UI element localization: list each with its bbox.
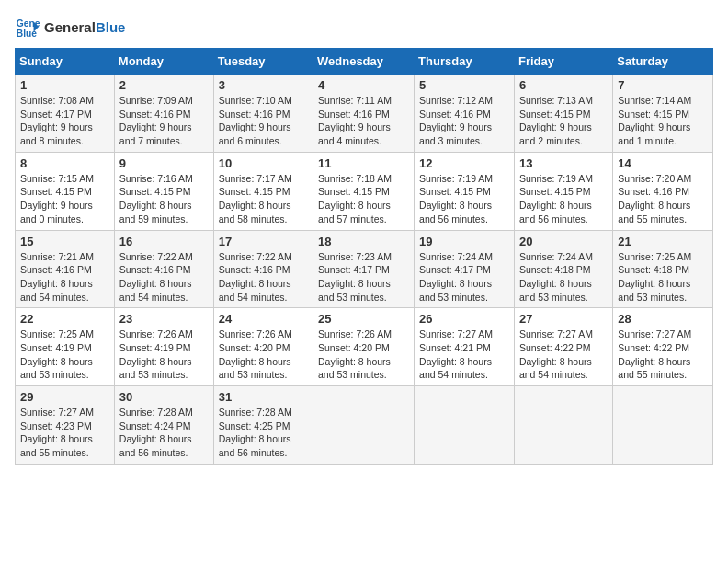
day-cell: 10 Sunrise: 7:17 AMSunset: 4:15 PMDaylig… <box>213 152 313 230</box>
week-row-4: 22 Sunrise: 7:25 AMSunset: 4:19 PMDaylig… <box>16 308 713 386</box>
day-number: 29 <box>20 390 109 404</box>
day-cell: 2 Sunrise: 7:09 AMSunset: 4:16 PMDayligh… <box>114 75 213 153</box>
day-info: Sunrise: 7:13 AMSunset: 4:15 PMDaylight:… <box>519 94 608 148</box>
week-row-1: 1 Sunrise: 7:08 AMSunset: 4:17 PMDayligh… <box>16 75 713 153</box>
day-cell <box>415 386 515 465</box>
week-row-3: 15 Sunrise: 7:21 AMSunset: 4:16 PMDaylig… <box>16 230 713 308</box>
day-cell: 8 Sunrise: 7:15 AMSunset: 4:15 PMDayligh… <box>16 152 115 230</box>
day-number: 20 <box>519 235 608 248</box>
day-cell: 6 Sunrise: 7:13 AMSunset: 4:15 PMDayligh… <box>514 75 612 153</box>
day-cell <box>313 386 415 465</box>
day-cell <box>613 386 713 465</box>
day-cell: 24 Sunrise: 7:26 AMSunset: 4:20 PMDaylig… <box>213 308 313 386</box>
day-info: Sunrise: 7:27 AMSunset: 4:23 PMDaylight:… <box>20 406 109 460</box>
logo-text: GeneralBlue <box>44 19 125 36</box>
day-number: 6 <box>519 78 608 92</box>
day-cell: 31 Sunrise: 7:28 AMSunset: 4:25 PMDaylig… <box>213 386 313 465</box>
day-info: Sunrise: 7:26 AMSunset: 4:20 PMDaylight:… <box>219 327 308 382</box>
day-cell: 4 Sunrise: 7:11 AMSunset: 4:16 PMDayligh… <box>313 75 415 153</box>
day-number: 16 <box>119 235 209 248</box>
day-info: Sunrise: 7:28 AMSunset: 4:25 PMDaylight:… <box>219 406 308 460</box>
week-row-2: 8 Sunrise: 7:15 AMSunset: 4:15 PMDayligh… <box>16 152 713 230</box>
day-number: 27 <box>519 312 608 326</box>
day-cell: 29 Sunrise: 7:27 AMSunset: 4:23 PMDaylig… <box>16 386 115 465</box>
day-cell: 30 Sunrise: 7:28 AMSunset: 4:24 PMDaylig… <box>114 386 213 465</box>
day-cell: 3 Sunrise: 7:10 AMSunset: 4:16 PMDayligh… <box>213 75 313 153</box>
day-cell: 26 Sunrise: 7:27 AMSunset: 4:21 PMDaylig… <box>415 308 515 386</box>
day-info: Sunrise: 7:22 AMSunset: 4:16 PMDaylight:… <box>119 250 209 304</box>
day-number: 13 <box>519 156 608 170</box>
day-cell: 19 Sunrise: 7:24 AMSunset: 4:17 PMDaylig… <box>415 230 515 308</box>
day-number: 14 <box>618 156 708 170</box>
day-cell: 16 Sunrise: 7:22 AMSunset: 4:16 PMDaylig… <box>114 230 213 308</box>
day-number: 12 <box>419 156 509 170</box>
day-header-thursday: Thursday <box>415 49 515 75</box>
calendar-table: SundayMondayTuesdayWednesdayThursdayFrid… <box>15 48 713 465</box>
day-info: Sunrise: 7:15 AMSunset: 4:15 PMDaylight:… <box>20 172 109 226</box>
day-number: 23 <box>119 312 209 326</box>
day-number: 18 <box>318 235 409 248</box>
day-info: Sunrise: 7:10 AMSunset: 4:16 PMDaylight:… <box>219 94 308 148</box>
day-number: 25 <box>318 312 409 326</box>
day-cell: 7 Sunrise: 7:14 AMSunset: 4:15 PMDayligh… <box>613 75 713 153</box>
day-cell: 23 Sunrise: 7:26 AMSunset: 4:19 PMDaylig… <box>114 308 213 386</box>
day-number: 8 <box>20 156 109 170</box>
day-cell: 1 Sunrise: 7:08 AMSunset: 4:17 PMDayligh… <box>16 75 115 153</box>
day-number: 5 <box>419 78 509 92</box>
day-info: Sunrise: 7:26 AMSunset: 4:20 PMDaylight:… <box>318 327 409 382</box>
day-cell: 22 Sunrise: 7:25 AMSunset: 4:19 PMDaylig… <box>16 308 115 386</box>
day-cell: 13 Sunrise: 7:19 AMSunset: 4:15 PMDaylig… <box>514 152 612 230</box>
day-cell: 21 Sunrise: 7:25 AMSunset: 4:18 PMDaylig… <box>613 230 713 308</box>
day-number: 30 <box>119 390 209 404</box>
day-info: Sunrise: 7:14 AMSunset: 4:15 PMDaylight:… <box>618 94 708 148</box>
day-number: 28 <box>618 312 708 326</box>
day-info: Sunrise: 7:08 AMSunset: 4:17 PMDaylight:… <box>20 94 109 148</box>
day-cell <box>514 386 612 465</box>
day-info: Sunrise: 7:17 AMSunset: 4:15 PMDaylight:… <box>219 172 308 226</box>
day-info: Sunrise: 7:19 AMSunset: 4:15 PMDaylight:… <box>419 172 509 226</box>
day-cell: 14 Sunrise: 7:20 AMSunset: 4:16 PMDaylig… <box>613 152 713 230</box>
day-header-monday: Monday <box>114 49 213 75</box>
week-row-5: 29 Sunrise: 7:27 AMSunset: 4:23 PMDaylig… <box>16 386 713 465</box>
day-number: 26 <box>419 312 509 326</box>
page-header: General Blue GeneralBlue <box>15 15 713 40</box>
day-cell: 11 Sunrise: 7:18 AMSunset: 4:15 PMDaylig… <box>313 152 415 230</box>
day-info: Sunrise: 7:27 AMSunset: 4:22 PMDaylight:… <box>519 327 608 382</box>
day-cell: 20 Sunrise: 7:24 AMSunset: 4:18 PMDaylig… <box>514 230 612 308</box>
day-cell: 5 Sunrise: 7:12 AMSunset: 4:16 PMDayligh… <box>415 75 515 153</box>
day-info: Sunrise: 7:27 AMSunset: 4:22 PMDaylight:… <box>618 327 708 382</box>
day-number: 21 <box>618 235 708 248</box>
day-header-saturday: Saturday <box>613 49 713 75</box>
day-cell: 18 Sunrise: 7:23 AMSunset: 4:17 PMDaylig… <box>313 230 415 308</box>
day-number: 11 <box>318 156 409 170</box>
day-info: Sunrise: 7:24 AMSunset: 4:17 PMDaylight:… <box>419 250 509 304</box>
day-header-sunday: Sunday <box>16 49 115 75</box>
day-info: Sunrise: 7:25 AMSunset: 4:19 PMDaylight:… <box>20 327 109 382</box>
day-info: Sunrise: 7:23 AMSunset: 4:17 PMDaylight:… <box>318 250 409 304</box>
day-header-tuesday: Tuesday <box>213 49 313 75</box>
day-number: 24 <box>219 312 308 326</box>
day-header-wednesday: Wednesday <box>313 49 415 75</box>
day-number: 10 <box>219 156 308 170</box>
day-info: Sunrise: 7:18 AMSunset: 4:15 PMDaylight:… <box>318 172 409 226</box>
day-info: Sunrise: 7:11 AMSunset: 4:16 PMDaylight:… <box>318 94 409 148</box>
calendar-header-row: SundayMondayTuesdayWednesdayThursdayFrid… <box>16 49 713 75</box>
day-number: 31 <box>219 390 308 404</box>
day-number: 3 <box>219 78 308 92</box>
day-header-friday: Friday <box>514 49 612 75</box>
day-number: 19 <box>419 235 509 248</box>
logo: General Blue GeneralBlue <box>15 15 125 40</box>
day-cell: 15 Sunrise: 7:21 AMSunset: 4:16 PMDaylig… <box>16 230 115 308</box>
day-info: Sunrise: 7:27 AMSunset: 4:21 PMDaylight:… <box>419 327 509 382</box>
day-info: Sunrise: 7:25 AMSunset: 4:18 PMDaylight:… <box>618 250 708 304</box>
day-info: Sunrise: 7:24 AMSunset: 4:18 PMDaylight:… <box>519 250 608 304</box>
day-number: 2 <box>119 78 209 92</box>
day-number: 22 <box>20 312 109 326</box>
day-number: 17 <box>219 235 308 248</box>
day-cell: 17 Sunrise: 7:22 AMSunset: 4:16 PMDaylig… <box>213 230 313 308</box>
day-cell: 27 Sunrise: 7:27 AMSunset: 4:22 PMDaylig… <box>514 308 612 386</box>
day-info: Sunrise: 7:12 AMSunset: 4:16 PMDaylight:… <box>419 94 509 148</box>
day-info: Sunrise: 7:09 AMSunset: 4:16 PMDaylight:… <box>119 94 209 148</box>
day-info: Sunrise: 7:20 AMSunset: 4:16 PMDaylight:… <box>618 172 708 226</box>
day-info: Sunrise: 7:28 AMSunset: 4:24 PMDaylight:… <box>119 406 209 460</box>
